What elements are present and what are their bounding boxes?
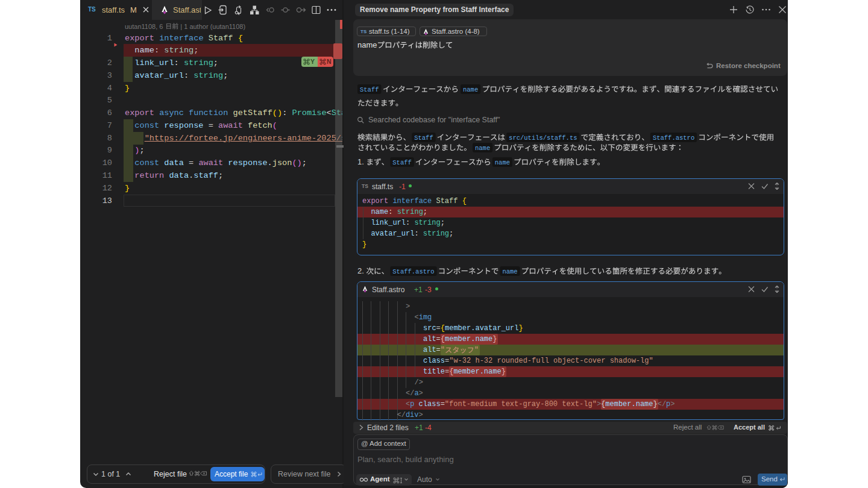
svg-text:Staff.astro: Staff.astro bbox=[392, 268, 434, 275]
svg-text:| 1 author (uutan1108): | 1 author (uutan1108) bbox=[180, 23, 245, 30]
svg-text:name: name bbox=[357, 40, 377, 49]
svg-text:uutan1108, 6: uutan1108, 6 bbox=[125, 23, 163, 30]
svg-text:2.: 2. bbox=[357, 266, 364, 275]
svg-text:src/utils/staff.ts: src/utils/staff.ts bbox=[509, 134, 577, 142]
svg-text:Staff: Staff bbox=[414, 134, 433, 142]
svg-text:Staff: Staff bbox=[392, 159, 412, 166]
svg-text:Staff.astro: Staff.astro bbox=[652, 134, 694, 142]
svg-text:Staff: Staff bbox=[360, 86, 379, 93]
svg-text:1.: 1. bbox=[357, 157, 364, 166]
svg-text:name: name bbox=[502, 268, 517, 275]
svg-text:name: name bbox=[475, 145, 490, 152]
svg-text:name: name bbox=[494, 159, 509, 166]
svg-text:name: name bbox=[463, 86, 478, 93]
